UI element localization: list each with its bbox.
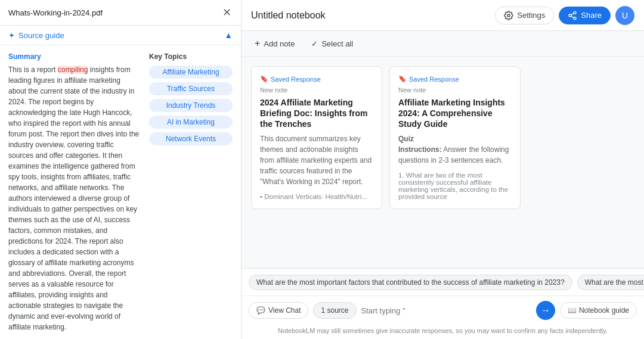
settings-button[interactable]: Settings [495, 7, 554, 24]
summary-text: This is a report compiling insights from… [8, 64, 140, 332]
send-icon: → [541, 305, 550, 316]
note-card-2[interactable]: 🔖 Saved Response New note Affiliate Mark… [389, 66, 521, 209]
bottom-bar: What are the most important factors that… [242, 268, 644, 339]
add-note-label: Add note [264, 39, 295, 48]
disclaimer-note: NotebookLM may still sometimes give inac… [242, 325, 644, 339]
svg-point-3 [574, 17, 576, 19]
chat-input[interactable] [361, 306, 531, 315]
sparkle-icon: ✦ [8, 31, 15, 40]
new-note-label-2: New note [398, 86, 512, 94]
suggestions-row: What are the most important factors that… [242, 269, 644, 296]
input-row: 💬 View Chat 1 source → 📖 Notebook guide [242, 296, 644, 325]
source-guide-bar: ✦ Source guide ▲ [0, 26, 241, 45]
saved-response-label-1: 🔖 Saved Response [260, 75, 373, 83]
right-header: Untitled notebook Settings Share U [242, 0, 644, 31]
select-all-label: Select all [321, 39, 353, 48]
avatar[interactable]: U [615, 6, 634, 25]
source-guide-label: Source guide [18, 31, 64, 40]
close-button[interactable]: ✕ [221, 6, 233, 19]
source-guide-left[interactable]: ✦ Source guide [8, 31, 64, 40]
svg-point-0 [507, 14, 510, 17]
note-body-1: This document summarizes key themes and … [260, 133, 373, 187]
share-icon [568, 11, 577, 20]
note-title-1: 2024 Affiliate Marketing Briefing Doc: I… [260, 97, 373, 130]
notebook-title: Untitled notebook [251, 10, 326, 21]
svg-line-4 [571, 16, 574, 18]
book-icon: 📖 [568, 306, 577, 315]
settings-icon [504, 11, 513, 20]
summary-left: Summary This is a report compiling insig… [8, 52, 140, 332]
bookmark-icon-2: 🔖 [398, 75, 407, 83]
right-header-actions: Settings Share U [495, 6, 634, 25]
suggestion-chip-1[interactable]: What are the most important factors that… [249, 275, 572, 290]
new-note-label-1: New note [260, 86, 373, 94]
right-panel: Untitled notebook Settings Share U + Add… [242, 0, 644, 339]
view-chat-label: View Chat [268, 306, 301, 315]
left-header: Whats-Working-in-2024.pdf ✕ [0, 0, 241, 26]
bookmark-icon-1: 🔖 [260, 75, 268, 83]
select-all-button[interactable]: ✓ Select all [308, 37, 357, 51]
chat-icon: 💬 [256, 306, 265, 315]
topic-chip-industry[interactable]: Industry Trends [149, 99, 233, 112]
highlight-word: compiling [58, 66, 88, 74]
topic-chip-affiliate[interactable]: Affiliate Marketing [149, 66, 233, 79]
topic-chips: Affiliate Marketing Traffic Sources Indu… [149, 66, 233, 145]
note-body-2: Quiz Instructions: Answer the following … [398, 133, 512, 166]
note-question-1: 1. What are two of the most consistently… [398, 172, 512, 200]
toolbar: + Add note ✓ Select all [242, 31, 644, 57]
view-chat-button[interactable]: 💬 View Chat [249, 302, 308, 319]
key-topics-label: Key Topics [149, 52, 233, 61]
topic-chip-ai[interactable]: AI in Marketing [149, 116, 233, 129]
notebook-guide-button[interactable]: 📖 Notebook guide [560, 302, 637, 319]
svg-point-2 [569, 14, 571, 17]
svg-line-5 [571, 13, 574, 15]
note-item-1: • Dominant Verticals: Health/Nutri... [260, 193, 373, 200]
summary-label: Summary [8, 52, 140, 61]
settings-label: Settings [517, 11, 545, 20]
summary-right: Key Topics Affiliate Marketing Traffic S… [149, 52, 233, 332]
send-button[interactable]: → [536, 301, 555, 320]
saved-response-label-2: 🔖 Saved Response [398, 75, 512, 83]
source-badge[interactable]: 1 source [313, 302, 356, 319]
notes-area: 🔖 Saved Response New note 2024 Affiliate… [242, 57, 644, 268]
source-count: 1 source [321, 306, 348, 315]
summary-section: Summary This is a report compiling insig… [0, 45, 241, 339]
plus-icon: + [255, 38, 260, 49]
note-card-1[interactable]: 🔖 Saved Response New note 2024 Affiliate… [251, 66, 382, 209]
share-button[interactable]: Share [559, 7, 611, 24]
note-title-2: Affiliate Marketing Insights 2024: A Com… [398, 97, 512, 130]
add-note-button[interactable]: + Add note [251, 36, 298, 51]
svg-point-1 [574, 11, 576, 14]
notebook-guide-label: Notebook guide [579, 306, 629, 315]
pdf-filename: Whats-Working-in-2024.pdf [8, 8, 103, 17]
suggestion-chip-2[interactable]: What are the most common mistakes that a… [577, 275, 644, 290]
chevron-up-icon[interactable]: ▲ [224, 30, 233, 40]
check-icon: ✓ [311, 39, 318, 48]
share-label: Share [581, 11, 602, 20]
topic-chip-network[interactable]: Network Events [149, 132, 233, 145]
topic-chip-traffic[interactable]: Traffic Sources [149, 82, 233, 95]
left-panel: Whats-Working-in-2024.pdf ✕ ✦ Source gui… [0, 0, 242, 339]
